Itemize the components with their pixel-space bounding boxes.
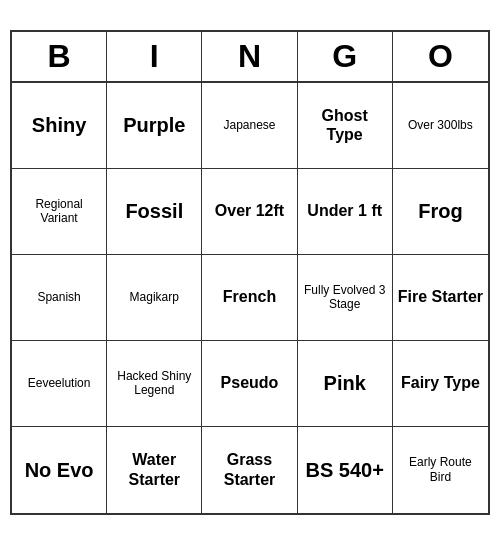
bingo-cell: Hacked Shiny Legend [107,341,202,427]
bingo-cell: Water Starter [107,427,202,513]
bingo-cell: Japanese [202,83,297,169]
bingo-cell: No Evo [12,427,107,513]
bingo-cell: Magikarp [107,255,202,341]
header-letter: G [298,32,393,81]
bingo-cell: French [202,255,297,341]
bingo-cell: Spanish [12,255,107,341]
header-letter: N [202,32,297,81]
header-letter: I [107,32,202,81]
bingo-cell: Over 12ft [202,169,297,255]
bingo-header: BINGO [12,32,488,83]
bingo-cell: BS 540+ [298,427,393,513]
bingo-cell: Grass Starter [202,427,297,513]
bingo-cell: Regional Variant [12,169,107,255]
bingo-cell: Fire Starter [393,255,488,341]
bingo-grid: ShinyPurpleJapaneseGhost TypeOver 300lbs… [12,83,488,513]
bingo-cell: Frog [393,169,488,255]
bingo-card: BINGO ShinyPurpleJapaneseGhost TypeOver … [10,30,490,515]
bingo-cell: Over 300lbs [393,83,488,169]
header-letter: O [393,32,488,81]
bingo-cell: Fairy Type [393,341,488,427]
bingo-cell: Purple [107,83,202,169]
bingo-cell: Under 1 ft [298,169,393,255]
bingo-cell: Fully Evolved 3 Stage [298,255,393,341]
bingo-cell: Fossil [107,169,202,255]
bingo-cell: Early Route Bird [393,427,488,513]
bingo-cell: Pink [298,341,393,427]
bingo-cell: Ghost Type [298,83,393,169]
bingo-cell: Eeveelution [12,341,107,427]
bingo-cell: Pseudo [202,341,297,427]
header-letter: B [12,32,107,81]
bingo-cell: Shiny [12,83,107,169]
